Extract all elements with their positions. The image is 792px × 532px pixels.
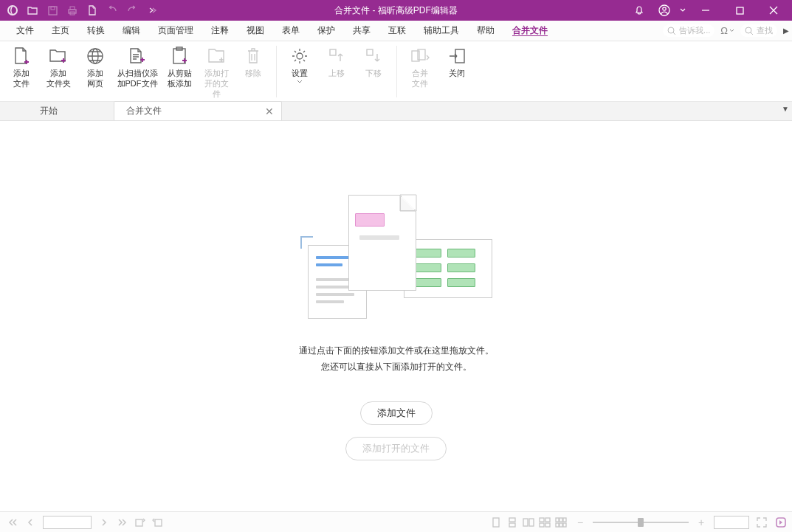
omega-dropdown[interactable]: Ω (720, 25, 734, 36)
menu-protect[interactable]: 保护 (309, 21, 344, 40)
ribbon-label: 关闭 (449, 68, 465, 78)
add-open-files-button[interactable]: 添加打开的文件 (345, 437, 447, 460)
tab-overflow-icon[interactable]: ▼ (782, 105, 789, 113)
first-page-icon[interactable] (6, 516, 19, 529)
menu-combine[interactable]: 合并文件 (503, 21, 557, 40)
layout-cont-icon[interactable] (506, 516, 519, 529)
ribbon-from-clipboard[interactable]: 从剪贴 板添加 (164, 44, 195, 89)
minimize-button[interactable] (689, 0, 723, 21)
svg-rect-13 (173, 49, 185, 63)
tab-combine[interactable]: 合并文件 ✕ (114, 101, 282, 120)
ribbon-add-web[interactable]: 添加 网页 (80, 44, 111, 89)
close-button[interactable] (757, 0, 791, 21)
redo-icon[interactable] (123, 0, 142, 21)
layout-facing-icon[interactable] (522, 516, 535, 529)
logo-icon[interactable] (3, 0, 22, 21)
trash-icon (243, 46, 264, 66)
svg-rect-25 (509, 523, 515, 527)
ribbon-label: 添加 文件 (13, 68, 30, 89)
svg-point-10 (745, 27, 751, 33)
empty-message-1: 通过点击下面的按钮添加文件或在这里拖放文件。 (299, 342, 494, 359)
last-page-icon[interactable] (115, 516, 128, 529)
menu-connect[interactable]: 互联 (379, 21, 415, 40)
separator (396, 46, 397, 97)
ribbon-add-file[interactable]: 添加 文件 (6, 44, 37, 89)
find-input[interactable]: 查找 (740, 24, 777, 37)
fullscreen-icon[interactable] (755, 516, 768, 529)
zoom-input[interactable] (714, 516, 749, 529)
more-icon[interactable] (142, 0, 162, 21)
svg-rect-34 (563, 518, 566, 522)
rotate-left-icon[interactable] (133, 516, 146, 529)
next-page-icon[interactable] (97, 516, 111, 529)
user-dropdown-icon[interactable] (677, 0, 689, 21)
layout-single-icon[interactable] (489, 516, 503, 529)
ribbon-add-open-files[interactable]: 添加打 开的文件 (201, 44, 232, 99)
empty-illustration (300, 195, 492, 328)
new-doc-icon[interactable] (83, 0, 102, 21)
svg-rect-26 (523, 519, 528, 526)
menu-view[interactable]: 视图 (238, 21, 273, 40)
menu-bar: 文件 主页 转换 编辑 页面管理 注释 视图 表单 保护 共享 互联 辅助工具 … (0, 21, 792, 41)
add-folder-icon (48, 46, 69, 66)
ribbon-settings[interactable]: 设置 (284, 44, 315, 83)
ribbon-label: 从扫描仪添 加PDF文件 (117, 68, 158, 89)
menu-pagemgmt[interactable]: 页面管理 (149, 21, 202, 40)
ribbon-close[interactable]: 关闭 (441, 44, 472, 78)
svg-rect-1 (49, 7, 57, 15)
save-icon[interactable] (43, 0, 62, 21)
menu-share[interactable]: 共享 (344, 21, 379, 40)
user-icon[interactable] (652, 0, 677, 21)
menu-file[interactable]: 文件 (7, 21, 43, 40)
tell-me-input[interactable]: 告诉我... (663, 24, 714, 37)
layout-multi-icon[interactable] (554, 516, 568, 529)
zoom-slider[interactable] (593, 522, 689, 523)
status-bar: − + (0, 511, 792, 532)
menu-help[interactable]: 帮助 (468, 21, 503, 40)
maximize-button[interactable] (723, 0, 757, 21)
empty-message-2: 您还可以直接从下面添加打开的文件。 (321, 359, 472, 375)
open-icon[interactable] (23, 0, 42, 21)
tell-me-placeholder: 告诉我... (679, 25, 710, 36)
ribbon-combine[interactable]: 合并 文件 (404, 44, 435, 89)
ribbon-add-folder[interactable]: 添加 文件夹 (43, 44, 74, 89)
svg-rect-36 (559, 523, 562, 527)
undo-icon[interactable] (103, 0, 122, 21)
scanner-icon (127, 46, 148, 66)
ribbon-move-up[interactable]: 上移 (321, 44, 352, 78)
title-bar: 合并文件 - 福昕高级PDF编辑器 (0, 0, 792, 21)
globe-icon (85, 46, 106, 66)
menu-assist[interactable]: 辅助工具 (415, 21, 468, 40)
svg-rect-33 (559, 518, 562, 522)
zoom-in-icon[interactable]: + (695, 516, 708, 529)
menu-form[interactable]: 表单 (273, 21, 309, 40)
print-icon[interactable] (63, 0, 82, 21)
svg-point-7 (663, 7, 666, 10)
reflow-icon[interactable] (774, 516, 788, 529)
quick-access-toolbar (0, 0, 165, 21)
bell-icon[interactable] (627, 0, 652, 21)
svg-rect-35 (556, 523, 559, 527)
menu-scroll-right[interactable]: ▶ (783, 27, 789, 35)
page-input[interactable] (43, 516, 92, 529)
menu-home[interactable]: 主页 (43, 21, 78, 40)
menu-edit[interactable]: 编辑 (114, 21, 149, 40)
rotate-right-icon[interactable] (151, 516, 164, 529)
tab-start[interactable]: 开始 (28, 102, 69, 120)
tab-close-icon[interactable]: ✕ (265, 107, 274, 116)
ribbon-remove[interactable]: 移除 (238, 44, 269, 78)
svg-rect-17 (367, 49, 373, 55)
svg-point-9 (668, 27, 674, 33)
layout-facing2-icon[interactable] (538, 516, 551, 529)
ribbon-move-down[interactable]: 下移 (358, 44, 389, 78)
svg-point-0 (8, 6, 17, 15)
svg-point-15 (297, 53, 303, 59)
menu-convert[interactable]: 转换 (78, 21, 114, 40)
zoom-out-icon[interactable]: − (574, 516, 587, 529)
svg-rect-31 (545, 523, 550, 527)
prev-page-icon[interactable] (24, 516, 37, 529)
menu-annotate[interactable]: 注释 (202, 21, 238, 40)
add-files-button[interactable]: 添加文件 (360, 401, 433, 425)
ribbon-from-scanner[interactable]: 从扫描仪添 加PDF文件 (117, 44, 158, 89)
move-up-icon (326, 46, 347, 66)
